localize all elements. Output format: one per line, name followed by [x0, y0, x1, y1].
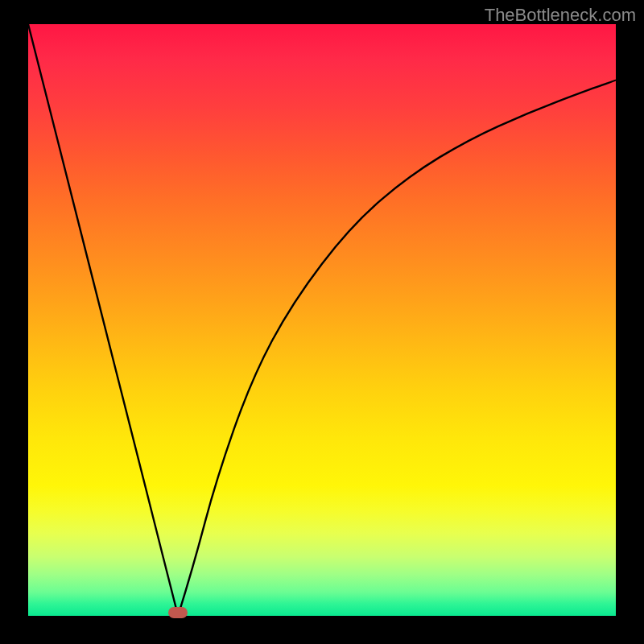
watermark-text: TheBottleneck.com — [485, 5, 636, 26]
optimal-point-marker — [168, 607, 188, 618]
gradient-plot-background — [28, 24, 616, 616]
chart-frame: TheBottleneck.com — [0, 0, 644, 644]
